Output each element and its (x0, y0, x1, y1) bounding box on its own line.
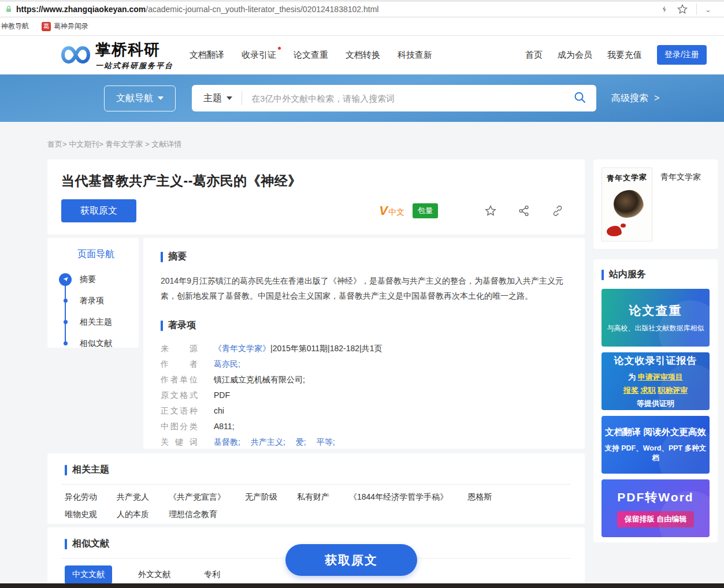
bookmark-star-icon[interactable] (677, 3, 688, 15)
favorite-star-icon[interactable] (484, 204, 497, 217)
breadcrumb-home[interactable]: 首页 (47, 140, 62, 148)
section-bar (602, 270, 604, 280)
sidebar: 青年文学家 青年文学家 站内服务 论文查重 与高校、出版社文献数据库相 (593, 159, 718, 585)
page-nav-item-abstract[interactable]: 摘要 (59, 269, 139, 290)
dot-icon (64, 299, 68, 303)
site-services-header: 站内服务 (602, 269, 710, 281)
service-doc-translate-banner[interactable]: 文档翻译 阅读外文更高效 支持 PDF、Word、PPT 多种文档 (602, 416, 710, 474)
search-icon (573, 91, 587, 105)
main-nav: 文档翻译 收录引证 论文查重 文档转换 科技查新 (190, 50, 432, 61)
service-plagiarism-check-banner[interactable]: 论文查重 与高校、出版社文献数据库相似 (602, 289, 710, 347)
page-nav-item-related[interactable]: 相关主题 (59, 311, 139, 333)
get-fulltext-button[interactable]: 获取原文 (61, 199, 136, 222)
nav-citation[interactable]: 收录引证 (242, 50, 276, 61)
advanced-search-link[interactable]: 高级搜索> (611, 92, 659, 105)
section-bar (65, 539, 67, 549)
bookmark-item[interactable]: 神教导航 (1, 21, 29, 31)
search-input[interactable] (251, 94, 572, 103)
breadcrumb-cn-journal[interactable]: 中文期刊 (69, 140, 99, 148)
ink-painting (614, 190, 644, 218)
tab-patents[interactable]: 专利 (196, 565, 228, 584)
https-lock-icon (5, 5, 13, 13)
browser-address-bar: https://www.zhangqiaokeyan.com /academic… (0, 0, 724, 17)
bookmarks-bar: 神教导航 葛葛神异闻录 (0, 17, 724, 36)
apply-review-link[interactable]: 申请评审项目 (638, 373, 683, 381)
caret-down-icon (227, 96, 232, 100)
record-row-author: 作者 葛亦民; (161, 356, 567, 372)
topic-link[interactable]: 私有财产 (297, 492, 329, 503)
literature-nav-button[interactable]: 文献导航 (104, 85, 176, 111)
topic-link[interactable]: 《共产党宣言》 (169, 492, 225, 503)
flash-icon[interactable] (660, 5, 669, 14)
related-topics-card: 相关主题 异化劳动 共产党人 《共产党宣言》 无产阶级 私有财产 《1844年经… (47, 453, 585, 524)
divider (696, 3, 697, 15)
keyword-link[interactable]: 平等; (317, 434, 335, 450)
header-right-nav: 首页 成为会员 我要充值 登录/注册 (525, 45, 707, 65)
tab-foreign-docs[interactable]: 外文文献 (131, 565, 178, 584)
logo-subtitle: 一站式科研服务平台 (95, 61, 173, 71)
author-link[interactable]: 葛亦民; (214, 359, 240, 369)
topic-link[interactable]: 共产党人 (117, 492, 149, 503)
copy-link-icon[interactable] (551, 204, 564, 217)
topic-link[interactable]: 异化劳动 (65, 492, 97, 503)
logo-icon[interactable] (61, 45, 91, 65)
floating-get-fulltext-button[interactable]: 获取原文 (285, 544, 417, 576)
record-rows: 来源 《青年文学家》|2015年第011期|182-182|共1页 作者 葛亦民… (161, 341, 567, 450)
tab-chinese-docs[interactable]: 中文文献 (65, 565, 112, 584)
logo[interactable]: 掌桥科研 一站式科研服务平台 (95, 39, 173, 71)
record-row-keywords: 关键词 基督教; 共产主义; 爱; 平等; (161, 434, 567, 450)
topic-link[interactable]: 恩格斯 (467, 492, 492, 503)
divider (61, 484, 571, 485)
journal-name-link[interactable]: 青年文学家 (660, 172, 701, 241)
topic-link[interactable]: 《1844年经济学哲学手稿》 (349, 492, 448, 503)
site-header: 掌桥科研 一站式科研服务平台 文档翻译 收录引证 论文查重 文档转换 科技查新 … (0, 36, 724, 75)
nav-home[interactable]: 首页 (525, 50, 543, 61)
chevron-down-icon[interactable]: ⌄ (705, 5, 711, 14)
page-nav-title: 页面导航 (47, 248, 139, 260)
dot-icon (64, 341, 68, 345)
page-nav-item-similar[interactable]: 相似文献 (59, 333, 139, 354)
active-plane-icon (59, 273, 72, 286)
award-link[interactable]: 报奖 (623, 386, 638, 395)
nav-doc-translate[interactable]: 文档翻译 (190, 50, 224, 61)
section-bar (65, 465, 67, 475)
document-title: 当代基督教共产主义--葛亦民的《神经》 (61, 172, 571, 190)
job-link[interactable]: 求职 (641, 386, 656, 395)
breadcrumb-current: 文献详情 (151, 140, 181, 148)
browser-window: https://www.zhangqiaokeyan.com /academic… (0, 0, 724, 588)
service-pdf-to-word-banner[interactable]: PDF转Word 保留排版 自由编辑 (602, 479, 710, 537)
breadcrumb-journal[interactable]: 青年文学家 (105, 140, 143, 148)
url-path[interactable]: /academic-journal-cn_youth-literator_the… (146, 5, 655, 14)
section-bar (161, 252, 163, 262)
record-row-format: 原文格式 PDF (161, 388, 567, 403)
abstract-record-card: 摘要 2014年9月江苏镇江的葛亦民先生在香港出版了《神经》，是基督教与共产主义… (143, 238, 585, 449)
page-nav-item-record[interactable]: 著录项 (59, 290, 139, 311)
record-section-header: 著录项 (161, 319, 567, 332)
topic-link[interactable]: 人的本质 (117, 509, 149, 520)
dot-icon (64, 320, 68, 324)
nav-tech-novelty[interactable]: 科技查新 (398, 50, 432, 61)
title-review-link[interactable]: 职称评审 (658, 386, 688, 395)
nav-doc-convert[interactable]: 文档转换 (346, 50, 380, 61)
search-button[interactable] (572, 90, 588, 107)
keyword-link[interactable]: 共产主义; (251, 434, 285, 450)
search-type-dropdown[interactable]: 主题 (203, 92, 232, 105)
keyword-link[interactable]: 爱; (296, 434, 306, 450)
url-domain[interactable]: https://www.zhangqiaokeyan.com (16, 5, 146, 14)
login-register-button[interactable]: 登录/注册 (657, 45, 707, 65)
chinese-language-badge: V中文 (379, 203, 404, 218)
nav-plagiarism-check[interactable]: 论文查重 (294, 50, 328, 61)
journal-link[interactable]: 《青年文学家》 (214, 344, 270, 353)
topic-link[interactable]: 唯物史观 (65, 509, 97, 520)
record-row-classification: 中图分类 A811; (161, 419, 567, 434)
topic-link[interactable]: 无产阶级 (245, 492, 277, 503)
bookmark-item[interactable]: 葛葛神异闻录 (42, 21, 88, 31)
nav-recharge[interactable]: 我要充值 (607, 50, 642, 61)
topic-link[interactable]: 理想信念教育 (169, 509, 217, 520)
nav-become-member[interactable]: 成为会员 (558, 50, 592, 61)
service-citation-report-banner[interactable]: 论文收录引证报告 为 申请评审项目 报奖 求职 职称评审 等提供证明 (602, 352, 710, 410)
journal-cover-image[interactable]: 青年文学家 (602, 168, 652, 241)
keyword-link[interactable]: 基督教; (214, 434, 240, 450)
topics-row: 异化劳动 共产党人 《共产党宣言》 无产阶级 私有财产 《1844年经济学哲学手… (65, 492, 567, 503)
share-icon[interactable] (518, 204, 530, 217)
